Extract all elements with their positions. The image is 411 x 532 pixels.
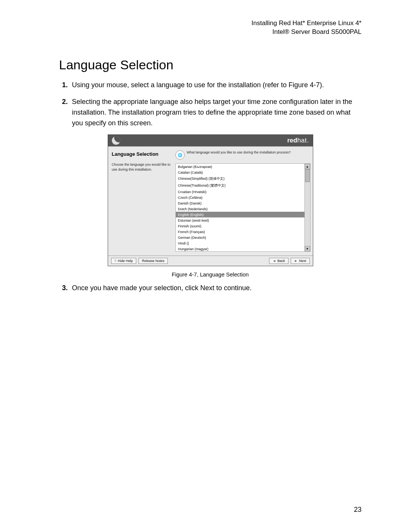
- language-option[interactable]: Bulgarian (Български): [176, 164, 304, 169]
- arrow-left-icon: ◄: [272, 259, 276, 263]
- page-number: 23: [354, 506, 362, 514]
- help-panel-desc: Choose the language you would like to us…: [112, 162, 171, 171]
- section-title: Language Selection: [59, 58, 362, 72]
- language-list-items[interactable]: Bulgarian (Български)Catalan (Català)Chi…: [176, 164, 304, 251]
- back-button[interactable]: ◄ Back: [269, 258, 288, 264]
- help-panel: Language Selection Choose the language y…: [108, 147, 175, 256]
- arrow-right-icon: ►: [294, 259, 298, 263]
- hide-help-button[interactable]: ? Hide Help: [111, 258, 137, 264]
- step-3: Once you have made your selection, click…: [70, 283, 362, 294]
- question-row: 🌐 What language would you like to use du…: [175, 150, 311, 160]
- installer-screenshot: redhat. Language Selection Choose the la…: [108, 134, 313, 266]
- question-text: What language would you like to use duri…: [187, 150, 291, 155]
- footer-right: ◄ Back ► Next: [269, 258, 309, 264]
- step-1: Using your mouse, select a language to u…: [70, 80, 362, 91]
- brand-label: redhat.: [287, 137, 309, 144]
- back-label: Back: [277, 259, 285, 263]
- installer-titlebar: redhat.: [108, 135, 313, 146]
- language-option[interactable]: Finnish (suomi): [176, 223, 304, 229]
- release-notes-button[interactable]: Release Notes: [139, 258, 168, 264]
- brand-bold: red: [287, 137, 297, 144]
- installer-footer: ? Hide Help Release Notes ◄ Back ► Next: [108, 256, 313, 266]
- scroll-track[interactable]: [305, 169, 310, 246]
- figure-caption: Figure 4-7, Language Selection: [59, 272, 362, 278]
- redhat-logo-icon: [112, 136, 120, 145]
- header-line-1: Installing Red Hat* Enterprise Linux 4*: [59, 19, 362, 28]
- language-option[interactable]: Croatian (Hrvatski): [176, 189, 304, 195]
- scroll-up-icon[interactable]: ▲: [305, 164, 310, 169]
- scroll-thumb[interactable]: [305, 169, 310, 182]
- globe-icon: 🌐: [175, 150, 185, 160]
- release-notes-label: Release Notes: [142, 259, 164, 263]
- figure-wrap: redhat. Language Selection Choose the la…: [59, 134, 362, 278]
- steps-list-continued: Once you have made your selection, click…: [59, 283, 362, 294]
- language-option[interactable]: Hindi (): [176, 240, 304, 246]
- language-option[interactable]: French (Français): [176, 229, 304, 235]
- scroll-down-icon[interactable]: ▼: [305, 246, 310, 251]
- scrollbar[interactable]: ▲ ▼: [304, 164, 310, 251]
- step-2: Selecting the appropriate language also …: [70, 97, 362, 129]
- next-button[interactable]: ► Next: [291, 258, 309, 264]
- language-option[interactable]: Estonian (eesti keel): [176, 217, 304, 223]
- next-label: Next: [299, 259, 306, 263]
- language-option[interactable]: Danish (Dansk): [176, 200, 304, 206]
- brand-light: hat.: [297, 137, 309, 144]
- language-option[interactable]: English (English): [176, 212, 304, 217]
- hide-help-label: Hide Help: [118, 259, 133, 263]
- help-panel-title: Language Selection: [112, 151, 171, 157]
- language-option[interactable]: Chinese(Traditional) (繁體中文): [176, 182, 304, 189]
- steps-list: Using your mouse, select a language to u…: [59, 80, 362, 129]
- language-list[interactable]: Bulgarian (Български)Catalan (Català)Chi…: [175, 163, 311, 252]
- language-option[interactable]: Dutch (Nederlands): [176, 206, 304, 212]
- language-option[interactable]: Czech (Čeština): [176, 195, 304, 200]
- page-header: Installing Red Hat* Enterprise Linux 4* …: [59, 19, 362, 37]
- help-icon: ?: [115, 259, 116, 263]
- footer-left: ? Hide Help Release Notes: [111, 258, 168, 264]
- document-page: Installing Red Hat* Enterprise Linux 4* …: [0, 0, 411, 532]
- installer-body: Language Selection Choose the language y…: [108, 146, 313, 256]
- language-option[interactable]: Catalan (Català): [176, 169, 304, 175]
- content-panel: 🌐 What language would you like to use du…: [175, 147, 313, 256]
- language-option[interactable]: German (Deutsch): [176, 235, 304, 240]
- header-line-2: Intel® Server Board S5000PAL: [59, 28, 362, 37]
- language-option[interactable]: Hungarian (magyar): [176, 246, 304, 251]
- language-option[interactable]: Chinese(Simplified) (简体中文): [176, 175, 304, 182]
